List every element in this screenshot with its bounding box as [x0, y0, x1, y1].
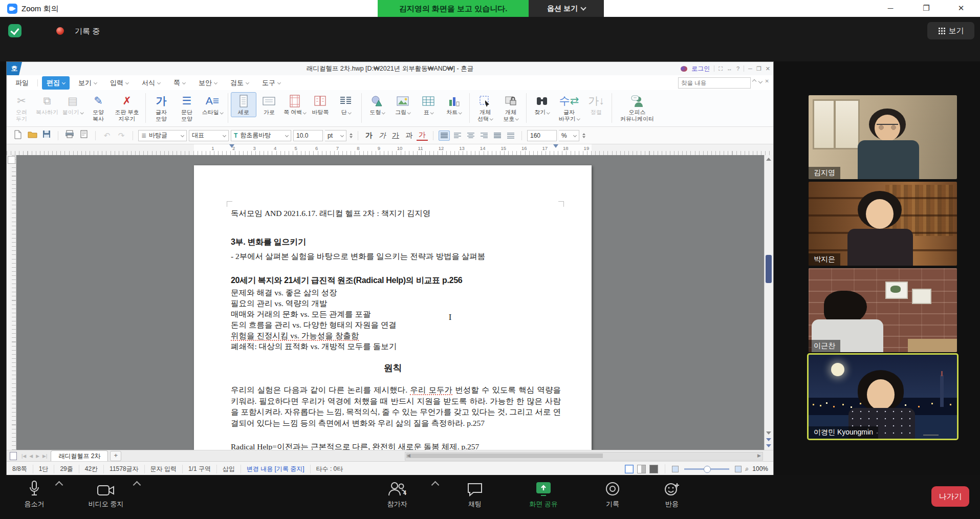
menu-file[interactable]: 파일 [11, 76, 33, 90]
view-two-page-icon[interactable] [637, 465, 646, 473]
object-select-button[interactable]: 개체 선택 [472, 92, 498, 123]
ruler-corner-box[interactable] [8, 156, 15, 164]
columns-button[interactable]: 단 [333, 92, 359, 117]
align-left-icon[interactable] [452, 131, 463, 141]
style-button[interactable]: A≡스타일 [200, 92, 225, 117]
para-preset-dropdown[interactable]: 대표 [189, 130, 229, 141]
status-input-mode[interactable]: 문자 입력 [145, 465, 183, 473]
zoom-slider-knob[interactable] [704, 466, 711, 473]
hwp-close-button[interactable]: ✕ [766, 66, 770, 72]
participants-options-chevron[interactable] [431, 481, 440, 489]
zoom-value-input[interactable]: 160 [527, 130, 557, 141]
zoom-in-box-icon[interactable] [735, 466, 742, 472]
search-close-icon[interactable]: ✕ [765, 78, 769, 84]
hscrollbar-thumb[interactable] [406, 453, 603, 458]
resize-icon[interactable]: ↔ [727, 66, 732, 72]
new-document-icon[interactable] [12, 130, 24, 141]
last-tab-icon[interactable]: ▶| [42, 453, 47, 459]
participant-video-kimjiyoung[interactable]: 김지영 [809, 95, 957, 179]
underline-icon[interactable]: 가 [390, 131, 401, 140]
shapes-button[interactable]: 도형 [364, 92, 390, 117]
landscape-button[interactable]: 가로 [256, 92, 282, 117]
para-shape-button[interactable]: ☰문단 모양 [174, 92, 200, 123]
bookmark-icon[interactable] [10, 452, 17, 460]
status-track-changes[interactable]: 변경 내용 [기록 중지] [241, 465, 311, 473]
close-button[interactable]: ✕ [953, 3, 969, 14]
search-prev-icon[interactable] [752, 79, 756, 83]
paste-button[interactable]: ▤붙이기 [60, 92, 85, 117]
participant-video-leegeunchan[interactable]: 이근찬 [809, 268, 957, 352]
font-size-input[interactable]: 10.0 [293, 130, 323, 141]
cut-button[interactable]: ✂오려 두기 [9, 92, 34, 123]
security-shield-icon[interactable] [8, 24, 21, 37]
undo-icon[interactable]: ↶ [101, 130, 113, 141]
menu-input[interactable]: 입력 [105, 76, 133, 90]
vertical-scrollbar[interactable] [764, 155, 773, 450]
page-margins-button[interactable]: 쪽 여백 [282, 92, 308, 117]
next-page-icon[interactable] [766, 444, 771, 447]
hwp-minimize-button[interactable]: ─ [748, 66, 752, 72]
menu-tools[interactable]: 도구 [257, 76, 285, 90]
font-size-spinner[interactable] [350, 133, 353, 138]
menu-security[interactable]: 보안 [194, 76, 222, 90]
font-name-dropdown[interactable]: T함초롬바탕 [231, 130, 291, 141]
menu-view[interactable]: 보기 [74, 76, 101, 90]
hscroll-right-icon[interactable]: ▶ [757, 453, 761, 458]
sort-button[interactable]: 가↓정렬 [583, 92, 609, 117]
hscroll-left-icon[interactable]: ◀ [407, 453, 410, 458]
fullscreen-icon[interactable]: ⛶ [718, 66, 723, 72]
align-right-icon[interactable] [478, 131, 490, 141]
add-tab-button[interactable]: + [110, 451, 121, 461]
participant-video-leekyoungmin-active-speaker[interactable]: 이경민 Kyoungmin [809, 355, 957, 439]
menu-format[interactable]: 서식 [137, 76, 165, 90]
participant-video-parkjieun[interactable]: 박지은 [809, 182, 957, 266]
zoom-out-box-icon[interactable] [672, 466, 679, 472]
chart-button[interactable]: 차트 [441, 92, 467, 117]
help-icon[interactable]: ? [736, 66, 739, 72]
find-button[interactable]: 찾기 [529, 92, 555, 117]
master-page-button[interactable]: 바탕쪽 [308, 92, 333, 117]
hwp-restore-button[interactable]: ❐ [756, 66, 761, 72]
horizontal-ruler[interactable]: 12345678910111213141516171819 [7, 144, 773, 156]
leave-meeting-button[interactable]: 나가기 [931, 486, 969, 507]
bold-icon[interactable]: 가 [363, 131, 375, 140]
zoom-unit-dropdown[interactable]: % [559, 130, 579, 141]
restore-button[interactable]: ❐ [919, 3, 934, 14]
status-zoom-slider[interactable] [684, 468, 729, 470]
scroll-up-icon[interactable] [766, 158, 771, 161]
menu-page[interactable]: 쪽 [169, 76, 190, 90]
office-communicator-button[interactable]: 오피스 커뮤니케이터 [615, 92, 660, 123]
style-preset-dropdown[interactable]: ≣바탕글 [138, 130, 187, 141]
participants-button[interactable]: 4 참가자 [369, 479, 425, 509]
magnifier-icon[interactable]: ⌕ [745, 465, 749, 473]
save-icon[interactable] [40, 130, 53, 141]
horizontal-scrollbar[interactable] [405, 452, 763, 461]
view-full-icon[interactable] [649, 465, 658, 473]
line-divide-icon[interactable] [505, 131, 516, 141]
font-unit-dropdown[interactable]: pt [325, 130, 346, 141]
italic-icon[interactable]: 가 [377, 131, 388, 140]
table-button[interactable]: 표 [416, 92, 441, 117]
indent-marker-left[interactable] [229, 144, 234, 148]
login-link[interactable]: 로그인 [691, 64, 710, 73]
align-center-icon[interactable] [465, 131, 476, 141]
picture-button[interactable]: 그림 [390, 92, 416, 117]
quick-search-input[interactable] [679, 78, 750, 88]
prev-tab-icon[interactable]: ◀ [29, 453, 33, 459]
next-tab-icon[interactable]: ▶ [36, 453, 39, 459]
chat-button[interactable]: 채팅 [447, 479, 503, 509]
portrait-button[interactable]: 세로 [231, 92, 256, 117]
distribute-icon[interactable] [492, 131, 503, 141]
share-screen-button[interactable]: 화면 공유 [515, 479, 572, 509]
clear-marks-button[interactable]: ✗조판 부호 지우기 [111, 92, 143, 123]
menu-review[interactable]: 검토 [226, 76, 253, 90]
mute-button[interactable]: 음소거 [6, 479, 62, 509]
zoom-spinner[interactable] [582, 133, 585, 138]
document-page[interactable]: 독서모임 AND 2021.6.17. 래디컬 헬프 2차 : 책지기 김지영 … [194, 165, 592, 450]
view-options-button[interactable]: 옵션 보기 [529, 0, 604, 17]
print-icon[interactable] [63, 130, 76, 141]
quick-search-box[interactable] [678, 77, 751, 89]
replace-button[interactable]: 수⇄글자 바꾸기 [555, 92, 583, 123]
format-painter-button[interactable]: ✎모양 복사 [85, 92, 111, 123]
video-options-chevron[interactable] [133, 481, 141, 489]
